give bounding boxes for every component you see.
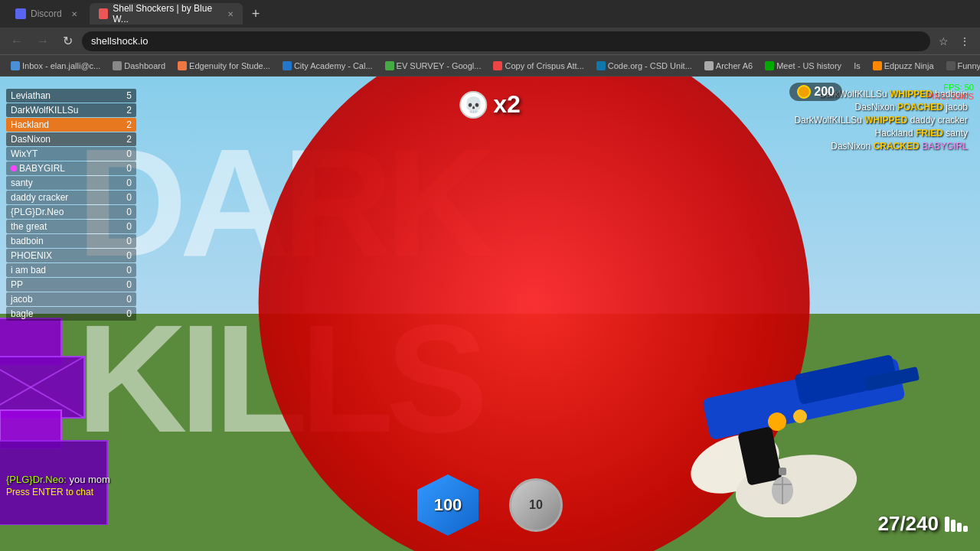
game-area: DARKKILLS 💀 x2 Leviathan5DarkWolfKILLSu2… xyxy=(0,77,980,551)
health-value: 100 xyxy=(434,495,462,515)
score-row: {PLG}Dr.Neo0 xyxy=(6,205,136,219)
bookmark-inbox[interactable]: Inbox - elan.jalli@c... xyxy=(6,60,105,72)
hud-coins: 200 xyxy=(789,83,842,101)
score-row: daddy cracker0 xyxy=(6,191,136,204)
shellshock-favicon xyxy=(99,8,109,19)
score-num: 0 xyxy=(119,178,132,188)
score-num: 0 xyxy=(119,163,132,174)
bookmark-crispus-label: Copy of Crispus Att... xyxy=(505,61,583,70)
scoreboard: Leviathan5DarkWolfKILLSu2Hackland2DasNix… xyxy=(6,89,136,321)
bookmark-button[interactable]: ☆ xyxy=(935,34,952,49)
svg-rect-14 xyxy=(779,468,786,475)
ammo-bar-4 xyxy=(963,526,968,532)
chat-message: you mom xyxy=(69,474,109,485)
kill-feed-row: DasNixon CRACKED BABYGIRL xyxy=(794,141,968,152)
reload-button[interactable]: ↻ xyxy=(58,31,77,51)
bookmarks-bar: Inbox - elan.jalli@c... Dashboard Edgenu… xyxy=(0,55,980,77)
score-name: the great xyxy=(11,221,119,232)
score-num: 5 xyxy=(119,90,132,101)
bookmark-edpuzz[interactable]: Edpuzz Ninja xyxy=(868,60,939,72)
ping-label: PING: 33MS xyxy=(926,92,974,101)
score-name: WixYT xyxy=(11,148,119,159)
score-num: 0 xyxy=(119,221,132,232)
ammo-badge: 10 xyxy=(509,478,563,532)
bookmark-ev[interactable]: EV SURVEY - Googl... xyxy=(381,60,486,72)
score-row: Hackland2 xyxy=(6,118,136,132)
score-num: 0 xyxy=(119,308,132,319)
bookmark-edgenuity[interactable]: Edgenuity for Stude... xyxy=(173,60,275,72)
settings-button[interactable]: ⋮ xyxy=(956,34,974,49)
bookmark-meet[interactable]: Meet - US history xyxy=(760,60,846,72)
chat-line-1: {PLG}Dr.Neo: you mom xyxy=(6,474,110,485)
bookmark-archer[interactable]: Archer A6 xyxy=(700,60,757,72)
score-num: 2 xyxy=(119,105,132,116)
score-num: 0 xyxy=(119,265,132,276)
ammo-bar-2 xyxy=(951,520,956,532)
svg-point-11 xyxy=(793,409,807,423)
kill-feed-row: DasNixon POACHED jacob xyxy=(794,102,968,112)
address-bar[interactable] xyxy=(82,31,930,51)
chat-area: {PLG}Dr.Neo: you mom Press ENTER to chat xyxy=(6,474,110,497)
nav-actions: ☆ ⋮ xyxy=(935,34,974,49)
bookmark-city-label: City Academy - Cal... xyxy=(294,61,373,70)
score-num: 0 xyxy=(119,250,132,261)
bookmark-dashboard-label: Dashboard xyxy=(124,61,165,70)
bookmark-dashboard[interactable]: Dashboard xyxy=(108,60,170,72)
kill-feed-row: Hackland FRIED santy xyxy=(794,128,968,139)
ammo-bar-3 xyxy=(957,523,962,532)
score-num: 2 xyxy=(119,119,132,130)
bookmark-meet-label: Meet - US history xyxy=(776,61,841,70)
score-name: bagle xyxy=(11,308,119,319)
bookmark-is[interactable]: Is xyxy=(849,60,865,72)
score-row: Leviathan5 xyxy=(6,89,136,103)
score-row: BABYGIRL0 xyxy=(6,161,136,175)
score-row: badboin0 xyxy=(6,234,136,248)
score-name: PP xyxy=(11,279,119,290)
score-row: bagle0 xyxy=(6,307,136,321)
score-name: daddy cracker xyxy=(11,192,119,203)
bookmark-ev-icon xyxy=(385,61,394,70)
tab-shellshock-close[interactable]: ✕ xyxy=(227,10,234,18)
bookmark-inbox-label: Inbox - elan.jalli@c... xyxy=(22,61,100,70)
grenade-icon xyxy=(769,468,796,509)
bookmark-code-icon xyxy=(596,61,606,70)
tab-bar: Discord ✕ Shell Shockers | by Blue W... … xyxy=(0,0,980,28)
ammo-bars xyxy=(945,517,968,532)
bookmark-dashboard-icon xyxy=(113,61,122,70)
score-name: Leviathan xyxy=(11,90,119,101)
kill-feed-row: DarkWolfKILLSu WHIPPED daddy cracker xyxy=(794,115,968,126)
tab-shellshock[interactable]: Shell Shockers | by Blue W... ✕ xyxy=(90,3,243,24)
bookmark-humor[interactable]: Funny Dark Humor... xyxy=(942,60,980,72)
score-name: jacob xyxy=(11,294,119,305)
fps-label: FPS: 50 xyxy=(926,83,974,92)
bookmark-edgenuity-icon xyxy=(178,61,187,70)
bookmark-code[interactable]: Code.org - CSD Unit... xyxy=(592,60,697,72)
bookmark-city[interactable]: City Academy - Cal... xyxy=(278,60,377,72)
new-tab-button[interactable]: + xyxy=(246,6,266,22)
kill-counter: 💀 x2 xyxy=(459,90,521,119)
score-num: 0 xyxy=(119,192,132,203)
score-row: jacob0 xyxy=(6,292,136,306)
score-num: 0 xyxy=(119,148,132,159)
score-name: {PLG}Dr.Neo xyxy=(11,207,119,217)
bookmark-inbox-icon xyxy=(11,61,20,70)
back-button[interactable]: ← xyxy=(6,31,28,51)
bookmark-edgenuity-label: Edgenuity for Stude... xyxy=(189,61,270,70)
discord-favicon xyxy=(15,8,26,19)
bookmark-crispus[interactable]: Copy of Crispus Att... xyxy=(488,60,588,72)
fps-ping-display: FPS: 50 PING: 33MS xyxy=(926,83,974,101)
forward-button[interactable]: → xyxy=(32,31,54,51)
score-num: 0 xyxy=(119,236,132,246)
tab-discord-close[interactable]: ✕ xyxy=(71,10,77,18)
chat-enter-prompt[interactable]: Press ENTER to chat xyxy=(6,487,110,497)
score-row: the great0 xyxy=(6,220,136,233)
bookmark-humor-label: Funny Dark Humor... xyxy=(958,61,980,70)
svg-point-10 xyxy=(768,412,786,431)
coin-count: 200 xyxy=(814,85,835,99)
ammo-value: 10 xyxy=(529,498,543,512)
score-name: badboin xyxy=(11,236,119,246)
bookmark-is-label: Is xyxy=(854,61,861,70)
bookmark-city-icon xyxy=(283,61,292,70)
score-row: DarkWolfKILLSu2 xyxy=(6,103,136,117)
tab-discord[interactable]: Discord ✕ xyxy=(6,3,87,24)
